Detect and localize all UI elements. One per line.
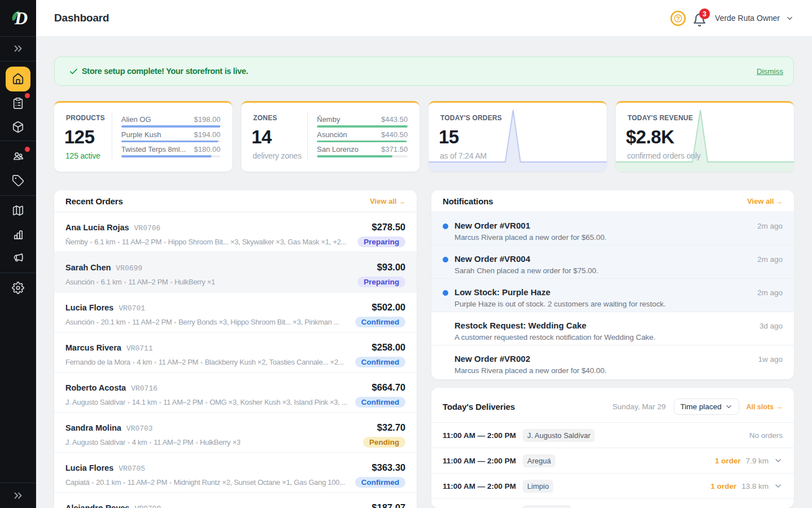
svg-text:?: ? — [676, 15, 680, 21]
svg-text:D: D — [14, 8, 28, 28]
